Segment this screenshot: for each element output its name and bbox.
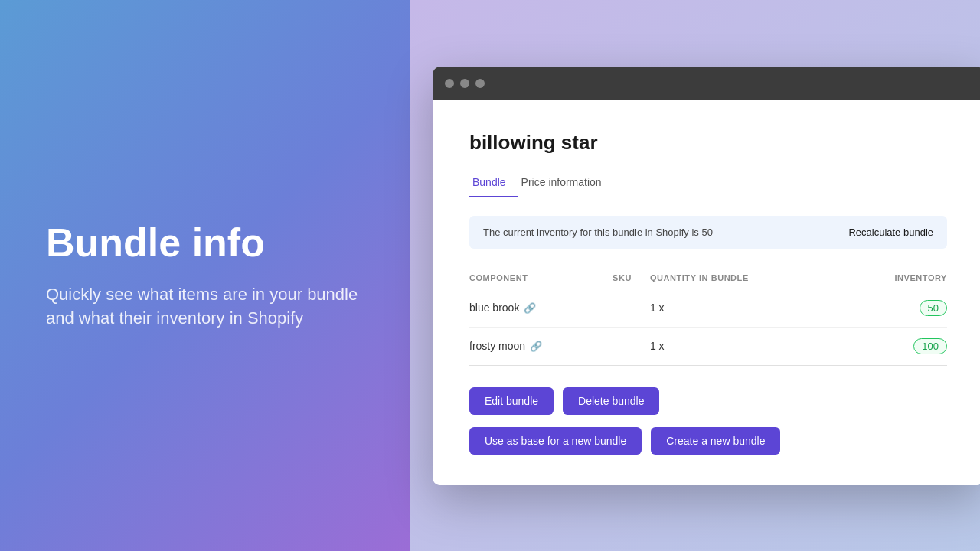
headline: Bundle info: [46, 221, 364, 265]
sku-cell: [612, 327, 650, 365]
banner-text: The current inventory for this bundle in…: [483, 227, 713, 238]
col-header-sku: SKU: [612, 267, 650, 289]
col-header-inventory: INVENTORY: [844, 267, 947, 289]
use-as-base-button[interactable]: Use as base for a new bundle: [469, 427, 642, 455]
component-cell: blue brook 🔗: [469, 289, 612, 327]
secondary-button-row: Use as base for a new bundle Create a ne…: [469, 427, 947, 455]
quantity-cell: 1 x: [650, 327, 844, 365]
recalculate-button[interactable]: Recalculate bundle: [848, 227, 933, 238]
tab-price-information[interactable]: Price information: [518, 170, 614, 197]
col-header-component: COMPONENT: [469, 267, 612, 289]
tab-bar: Bundle Price information: [469, 170, 947, 197]
table-row: frosty moon 🔗 1 x 100: [469, 327, 947, 365]
create-new-bundle-button[interactable]: Create a new bundle: [651, 427, 780, 455]
browser-dot-minimize[interactable]: [460, 79, 469, 88]
link-icon[interactable]: 🔗: [530, 341, 542, 352]
browser-dot-maximize[interactable]: [475, 79, 485, 88]
delete-bundle-button[interactable]: Delete bundle: [563, 387, 659, 415]
page-title: billowing star: [469, 131, 947, 155]
primary-button-row: Edit bundle Delete bundle: [469, 387, 947, 415]
inventory-cell: 50: [844, 289, 947, 327]
info-banner: The current inventory for this bundle in…: [469, 216, 947, 249]
inventory-cell: 100: [844, 327, 947, 365]
browser-dot-close[interactable]: [445, 79, 454, 88]
inventory-badge: 50: [920, 300, 947, 316]
sku-cell: [612, 289, 650, 327]
tab-bundle[interactable]: Bundle: [469, 170, 518, 197]
subtext: Quickly see what items are in your bundl…: [46, 283, 364, 331]
component-name-label: frosty moon: [469, 340, 525, 352]
browser-titlebar: [433, 67, 980, 100]
browser-window: billowing star Bundle Price information …: [433, 67, 980, 485]
link-icon[interactable]: 🔗: [524, 302, 536, 314]
bundle-table: COMPONENT SKU QUANTITY IN BUNDLE INVENTO…: [469, 267, 947, 366]
left-panel: Bundle info Quickly see what items are i…: [0, 0, 410, 551]
quantity-cell: 1 x: [650, 289, 844, 327]
edit-bundle-button[interactable]: Edit bundle: [469, 387, 554, 415]
browser-content: billowing star Bundle Price information …: [433, 100, 980, 485]
col-header-quantity: QUANTITY IN BUNDLE: [650, 267, 844, 289]
inventory-badge: 100: [913, 338, 947, 354]
component-cell: frosty moon 🔗: [469, 327, 612, 365]
right-panel: billowing star Bundle Price information …: [410, 0, 980, 551]
component-name-label: blue brook: [469, 302, 519, 314]
table-row: blue brook 🔗 1 x 50: [469, 289, 947, 327]
table-header-row: COMPONENT SKU QUANTITY IN BUNDLE INVENTO…: [469, 267, 947, 289]
